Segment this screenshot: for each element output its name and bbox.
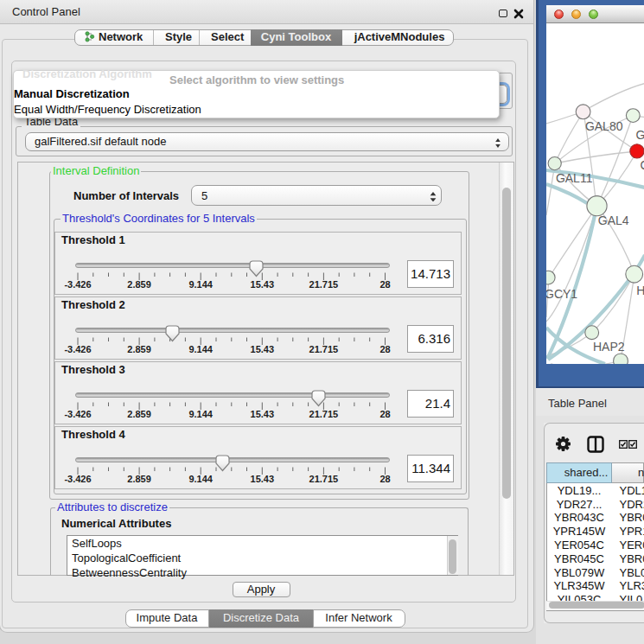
svg-text:15.43: 15.43 — [251, 344, 275, 354]
svg-text:GAL80: GAL80 — [585, 119, 623, 133]
svg-text:9.144: 9.144 — [188, 409, 213, 419]
svg-text:HAP2: HAP2 — [593, 340, 625, 354]
svg-text:9.144: 9.144 — [188, 344, 213, 354]
svg-text:28: 28 — [379, 344, 390, 354]
svg-text:-3.426: -3.426 — [64, 279, 91, 290]
svg-text:9.144: 9.144 — [188, 474, 213, 484]
svg-text:21.715: 21.715 — [309, 474, 339, 484]
svg-text:C: C — [640, 158, 644, 172]
svg-text:-3.426: -3.426 — [64, 344, 91, 354]
svg-text:H: H — [636, 284, 644, 297]
svg-text:-3.426: -3.426 — [64, 409, 91, 419]
svg-text:2.859: 2.859 — [127, 344, 151, 354]
svg-text:21.715: 21.715 — [309, 409, 339, 419]
svg-text:9.144: 9.144 — [188, 279, 213, 290]
svg-text:15.43: 15.43 — [251, 279, 275, 290]
svg-text:28: 28 — [379, 474, 390, 484]
svg-text:15.43: 15.43 — [251, 409, 275, 419]
svg-text:21.715: 21.715 — [309, 344, 339, 354]
svg-text:28: 28 — [379, 409, 390, 419]
svg-text:21.715: 21.715 — [309, 279, 339, 290]
svg-text:GAL4: GAL4 — [598, 214, 629, 227]
svg-text:2.859: 2.859 — [127, 474, 151, 484]
svg-text:2.859: 2.859 — [127, 279, 151, 290]
svg-text:28: 28 — [379, 279, 390, 290]
svg-text:GAL11: GAL11 — [556, 171, 593, 185]
svg-text:GCY1: GCY1 — [546, 287, 577, 301]
svg-text:15.43: 15.43 — [251, 474, 275, 484]
svg-text:G.: G. — [636, 128, 644, 142]
svg-text:-3.426: -3.426 — [64, 474, 91, 484]
svg-text:2.859: 2.859 — [127, 409, 151, 419]
